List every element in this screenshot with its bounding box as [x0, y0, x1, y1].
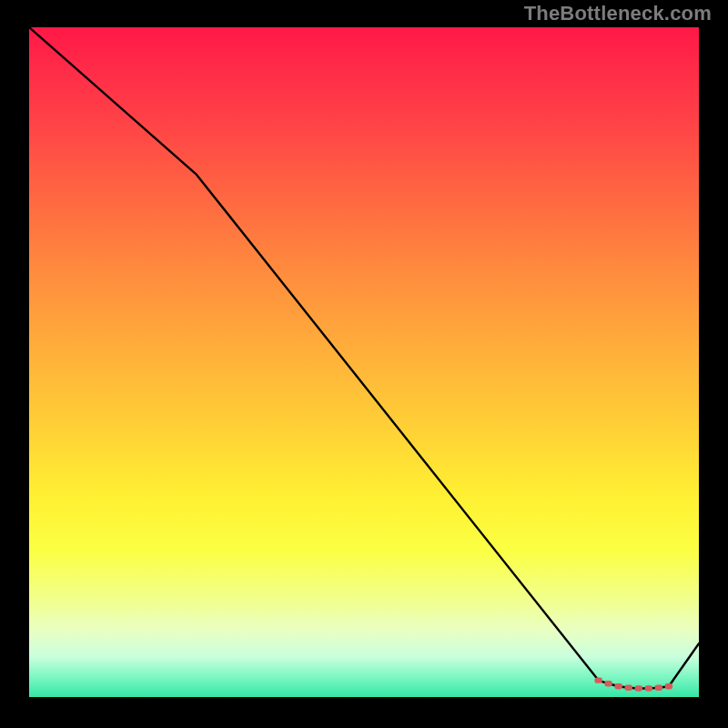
highlight-dots [594, 677, 672, 691]
highlight-dot [635, 685, 642, 691]
black-curve [29, 27, 699, 688]
chart-svg [29, 27, 699, 697]
highlight-dot [645, 685, 652, 691]
highlight-dot [594, 677, 602, 682]
highlight-dot [665, 683, 672, 689]
watermark-label: TheBottleneck.com [524, 2, 712, 25]
plot-area [29, 27, 699, 697]
highlight-dot [614, 683, 622, 689]
highlight-dot [604, 681, 612, 686]
highlight-dot [625, 685, 632, 691]
highlight-dot [655, 685, 662, 691]
chart-frame: TheBottleneck.com [0, 0, 728, 728]
